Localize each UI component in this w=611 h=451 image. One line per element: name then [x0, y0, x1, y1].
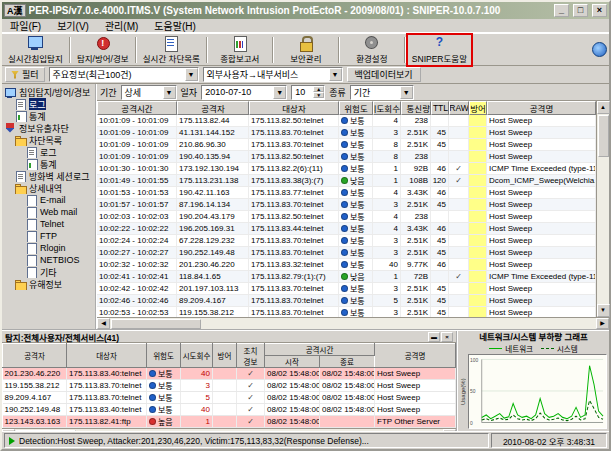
toolbar-button-1[interactable]: 실시간침입탐지	[4, 35, 67, 65]
col-victim[interactable]: 대상자	[67, 344, 147, 368]
maximize-button[interactable]: □	[573, 4, 588, 17]
column-header-4[interactable]: 시도회수	[373, 101, 401, 115]
chevron-down-icon[interactable]: ▼	[329, 68, 342, 81]
collapse-button[interactable]: ▬	[428, 332, 440, 342]
col-attack-name[interactable]: 공격명	[375, 344, 456, 368]
scroll-up-icon[interactable]: ▲	[597, 101, 610, 114]
minimize-button[interactable]: _	[554, 4, 569, 17]
toolbar-button-2[interactable]: 탐지/방어/경보	[73, 35, 133, 65]
globe-icon[interactable]	[592, 42, 607, 57]
date-picker[interactable]: 2010-07-10 ▼	[201, 85, 287, 100]
col-attack-time-group[interactable]: 공격시간	[265, 344, 375, 356]
menu-file[interactable]: 파일(F)	[2, 18, 49, 33]
preset-select[interactable]: 주요정보(최근100건) ▼	[49, 67, 199, 82]
kind-select[interactable]: 기간 ▼	[350, 85, 414, 100]
toolbar-button-4[interactable]: 종합보고서	[210, 35, 270, 65]
chevron-down-icon[interactable]: ▼	[273, 86, 286, 99]
table-row[interactable]: 10:02:32 - 10:02:32201.230.46.220175.113…	[97, 259, 596, 271]
col-risk[interactable]: 위험도	[147, 344, 181, 368]
summary-row[interactable]: 119.155.38.212175.113.83.70:telnet보통3✓08…	[3, 380, 456, 392]
tree-item-16[interactable]: 유해정보	[2, 278, 95, 290]
spin-down-icon[interactable]: ▼	[313, 92, 324, 98]
table-row[interactable]: 10:02:42 - 10:02:42201.197.103.113175.11…	[97, 283, 596, 295]
chevron-down-icon[interactable]: ▼	[163, 86, 176, 99]
tree-item-5[interactable]: 로그	[2, 146, 95, 158]
table-row[interactable]: 10:01:09 - 10:01:09210.86.96.30175.113.8…	[97, 139, 596, 151]
summary-row[interactable]: 201.230.46.220175.113.83.40:telnet보통40✓0…	[3, 368, 456, 380]
menu-view[interactable]: 보기(V)	[49, 18, 97, 33]
table-row[interactable]: 10:01:57 - 10:01:5787.196.14.134175.113.…	[97, 199, 596, 211]
scrollbar-thumb[interactable]	[111, 319, 201, 329]
tree-item-1[interactable]: 로그	[2, 98, 95, 110]
close-button[interactable]: ×	[592, 4, 607, 17]
table-row[interactable]: 10:02:53 - 10:02:53119.155.38.212175.113…	[97, 307, 596, 317]
summary-row[interactable]: 190.252.149.48175.113.83.40:telnet보통40✓0…	[3, 404, 456, 416]
scrollbar-thumb[interactable]	[598, 115, 609, 157]
toolbar-button-5[interactable]: 보안관리	[276, 35, 336, 65]
tree-item-12[interactable]: FTP	[2, 230, 95, 242]
tree-item-4[interactable]: 차단목록	[2, 134, 95, 146]
col-attempts[interactable]: 시도회수	[181, 344, 213, 368]
tree-item-10[interactable]: Web mail	[2, 206, 95, 218]
table-row[interactable]: 10:01:53 - 10:01:53190.42.11.163175.113.…	[97, 187, 596, 199]
col-action-alert[interactable]: 조치 경보	[237, 344, 265, 368]
toolbar-button-7[interactable]: SNIPER도움말	[408, 35, 471, 65]
column-header-0[interactable]: 공격시간	[97, 101, 177, 115]
col-defense[interactable]: 방어	[213, 344, 237, 368]
tree-item-3[interactable]: 정보유출차단	[2, 122, 95, 134]
scroll-right-icon[interactable]: ▶	[596, 318, 609, 329]
table-row[interactable]: 10:02:22 - 10:02:22196.205.169.31175.113…	[97, 223, 596, 235]
horizontal-scrollbar[interactable]: ◀ ▶	[97, 317, 609, 329]
tree-item-6[interactable]: 통계	[2, 158, 95, 170]
column-header-3[interactable]: 위험도	[339, 101, 373, 115]
table-row[interactable]: 10:02:03 - 10:02:03190.204.43.179175.113…	[97, 211, 596, 223]
tree-item-13[interactable]: Rlogin	[2, 242, 95, 254]
table-row[interactable]: 10:01:30 - 10:01:30173.192.130.194175.11…	[97, 163, 596, 175]
vertical-scrollbar[interactable]: ▲ ▼	[596, 101, 609, 317]
cell-victim: 175.113.83.44:telnet	[249, 223, 339, 234]
table-row[interactable]: 10:02:46 - 10:02:4689.209.4.167175.113.8…	[97, 295, 596, 307]
column-header-5[interactable]: 통신량	[401, 101, 431, 115]
table-row[interactable]: 10:02:41 - 10:02:41118.84.1.65175.113.82…	[97, 271, 596, 283]
menu-manage[interactable]: 관리(M)	[97, 18, 146, 33]
column-header-2[interactable]: 대상자	[249, 101, 339, 115]
summary-row[interactable]: 89.209.4.167175.113.83.70:telnet보통5✓08/0…	[3, 392, 456, 404]
tree-item-11[interactable]: Telnet	[2, 218, 95, 230]
col-end[interactable]: 종료	[320, 356, 375, 368]
table-row[interactable]: 10:01:49 - 10:01:55175.113.231.138175.11…	[97, 175, 596, 187]
tree-item-0[interactable]: 침입탐지/방어/경보	[2, 86, 95, 98]
toolbar-button-3[interactable]: 실시간 차단목록	[139, 35, 204, 65]
table-row[interactable]: 10:01:09 - 10:01:0941.131.144.152175.113…	[97, 127, 596, 139]
chevron-down-icon[interactable]: ▼	[400, 86, 413, 99]
col-start[interactable]: 시작	[265, 356, 320, 368]
tree-item-14[interactable]: NETBIOS	[2, 254, 95, 266]
spinner-buttons[interactable]: ▲▼	[313, 86, 324, 98]
table-row[interactable]: 10:02:24 - 10:02:2467.228.129.232175.113…	[97, 235, 596, 247]
tree-item-2[interactable]: 통계	[2, 110, 95, 122]
column-header-1[interactable]: 공격자	[177, 101, 249, 115]
chevron-down-icon[interactable]: ▼	[185, 68, 198, 81]
tree-item-7[interactable]: 방화벽 세션로그	[2, 170, 95, 182]
table-row[interactable]: 10:01:09 - 10:01:09190.40.135.94175.113.…	[97, 151, 596, 163]
backup-data-button[interactable]: 백업데이터보기	[347, 67, 421, 82]
table-row[interactable]: 10:02:27 - 10:02:27190.252.149.48175.113…	[97, 247, 596, 259]
filter-button[interactable]: 필터	[5, 67, 45, 82]
scroll-down-icon[interactable]: ▼	[597, 304, 610, 317]
scope-select[interactable]: 외부사용자→내부서비스 ▼	[203, 67, 343, 82]
menu-help[interactable]: 도움말(H)	[146, 18, 203, 33]
col-attacker[interactable]: 공격자	[3, 344, 67, 368]
summary-row[interactable]: 123.143.63.163175.113.82.41:ftp높음1✓08/02…	[3, 416, 456, 428]
count-spinner[interactable]: 10 ▲▼	[291, 85, 325, 100]
column-header-6[interactable]: TTL	[431, 101, 449, 115]
column-header-7[interactable]: RAW	[449, 101, 469, 115]
column-header-8[interactable]: 방어	[469, 101, 487, 115]
tree-item-8[interactable]: 상세내역	[2, 182, 95, 194]
table-row[interactable]: 10:01:09 - 10:01:09175.113.82.44175.113.…	[97, 115, 596, 127]
tree-item-9[interactable]: E-mail	[2, 194, 95, 206]
tree-item-15[interactable]: 기타	[2, 266, 95, 278]
panel-close-button[interactable]: ×	[441, 332, 453, 342]
column-header-9[interactable]: 공격명	[487, 101, 596, 115]
toolbar-button-6[interactable]: 환경설정	[342, 35, 402, 65]
scroll-left-icon[interactable]: ◀	[97, 318, 110, 329]
period-select[interactable]: 상세 ▼	[121, 85, 177, 100]
